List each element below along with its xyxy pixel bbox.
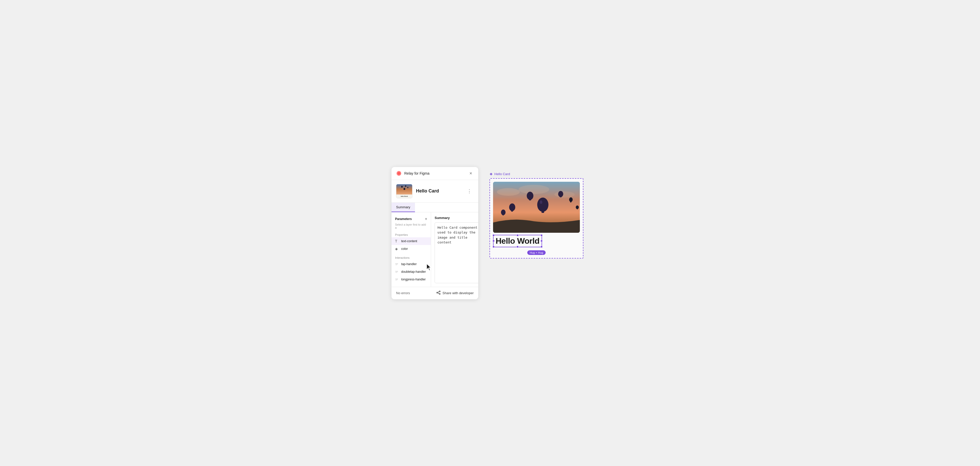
svg-point-18 bbox=[569, 197, 573, 202]
svg-rect-12 bbox=[542, 211, 544, 213]
hug-wrapper: Hug × Hug bbox=[493, 249, 580, 255]
select-hint: Select a layer first to add a bbox=[391, 223, 431, 232]
svg-rect-15 bbox=[529, 199, 531, 200]
handle-br bbox=[541, 246, 542, 248]
thumbnail-text-area: Hello World bbox=[396, 195, 412, 198]
hug-badge: Hug × Hug bbox=[527, 250, 546, 255]
interaction-name-tap: tap-handler bbox=[401, 262, 417, 266]
color-icon: ◈ bbox=[395, 247, 399, 251]
svg-point-13 bbox=[540, 200, 542, 204]
handle-mt bbox=[517, 234, 519, 236]
svg-point-8 bbox=[497, 188, 520, 196]
thumbnail-balloon-1 bbox=[401, 186, 403, 188]
panel-title: Relay for Figma bbox=[404, 171, 430, 175]
handle-mb bbox=[517, 246, 519, 248]
interaction-longpress-handler[interactable]: ☞ longpress-handler bbox=[391, 276, 431, 283]
panel-header: Relay for Figma × bbox=[391, 167, 478, 180]
component-preview: Hello World Hello Card ⋮ bbox=[391, 180, 478, 203]
panel-footer: No errors Share with developer bbox=[391, 287, 478, 299]
close-button[interactable]: × bbox=[468, 171, 474, 176]
panel: Relay for Figma × Hello World Hello Card… bbox=[391, 167, 478, 299]
svg-point-10 bbox=[554, 192, 575, 198]
svg-rect-21 bbox=[511, 211, 513, 212]
svg-point-22 bbox=[501, 209, 506, 215]
property-name-color: color bbox=[401, 247, 408, 250]
svg-point-20 bbox=[509, 203, 515, 211]
summary-textarea[interactable] bbox=[434, 222, 478, 283]
hello-card-image bbox=[493, 182, 580, 233]
hello-world-title: Hello World bbox=[496, 236, 539, 246]
svg-point-14 bbox=[527, 192, 533, 200]
interactions-section: Interactions ☞ tap-handler ☞ doubletap-h… bbox=[391, 255, 431, 283]
property-name-text-content: text-content bbox=[401, 239, 417, 243]
thumbnail-sky bbox=[396, 184, 412, 195]
svg-rect-25 bbox=[577, 209, 578, 209]
tap-icon: ☞ bbox=[395, 262, 399, 266]
property-item-color[interactable]: ◈ color bbox=[391, 245, 431, 253]
no-errors-status: No errors bbox=[396, 291, 410, 295]
relay-logo-icon bbox=[396, 171, 402, 176]
more-options-button[interactable]: ⋮ bbox=[465, 187, 474, 195]
svg-rect-19 bbox=[570, 202, 571, 203]
tab-summary[interactable]: Summary bbox=[391, 203, 415, 212]
thumbnail-balloon-4 bbox=[404, 188, 405, 190]
parameters-section: Parameters + bbox=[391, 216, 431, 223]
title-selection-border: Hello World bbox=[493, 235, 542, 247]
properties-group-label: Properties bbox=[391, 232, 431, 237]
tabs-row: Summary bbox=[391, 203, 478, 212]
svg-point-11 bbox=[537, 198, 549, 212]
handle-tl bbox=[493, 234, 495, 236]
svg-rect-23 bbox=[503, 215, 504, 216]
component-name: Hello Card bbox=[416, 189, 461, 194]
interaction-name-longpress: longpress-handler bbox=[401, 277, 426, 281]
add-parameter-button[interactable]: + bbox=[425, 217, 427, 221]
summary-heading: Summary bbox=[434, 216, 478, 220]
canvas-area: ❖ Hello Card bbox=[484, 167, 589, 263]
left-column: Parameters + Select a layer first to add… bbox=[391, 212, 431, 287]
property-item-text-content[interactable]: T text-content bbox=[391, 237, 431, 245]
diamond-icon: ❖ bbox=[490, 172, 493, 176]
panel-header-left: Relay for Figma bbox=[396, 171, 430, 176]
panel-body: Parameters + Select a layer first to add… bbox=[391, 212, 478, 287]
svg-line-5 bbox=[438, 292, 439, 292]
interactions-group-label: Interactions bbox=[391, 255, 431, 260]
interaction-tap-handler[interactable]: ☞ tap-handler bbox=[391, 260, 431, 268]
longpress-icon: ☞ bbox=[395, 277, 399, 281]
share-button[interactable]: Share with developer bbox=[436, 291, 474, 296]
handle-ml bbox=[493, 240, 495, 242]
svg-point-16 bbox=[558, 191, 563, 197]
text-icon: T bbox=[395, 239, 399, 243]
svg-line-6 bbox=[438, 293, 439, 294]
thumbnail-balloon-3 bbox=[407, 187, 408, 188]
handle-mr bbox=[541, 240, 542, 242]
app-container: Relay for Figma × Hello World Hello Card… bbox=[391, 167, 589, 299]
canvas-component-label: ❖ Hello Card bbox=[490, 172, 510, 176]
interaction-doubletap-handler[interactable]: ☞ doubletap-handler bbox=[391, 268, 431, 276]
svg-point-9 bbox=[519, 185, 549, 194]
thumbnail-balloon-2 bbox=[405, 185, 406, 187]
svg-point-3 bbox=[439, 293, 440, 295]
canvas-scene-svg bbox=[493, 182, 580, 233]
svg-point-2 bbox=[439, 291, 440, 292]
svg-rect-17 bbox=[560, 197, 562, 197]
interaction-name-doubletap: doubletap-handler bbox=[401, 270, 426, 274]
share-icon bbox=[436, 291, 441, 296]
hello-card-title-wrapper: Hello World bbox=[493, 235, 580, 247]
hello-card-canvas: Hello World Hug × Hug bbox=[490, 178, 584, 258]
handle-bl bbox=[493, 246, 495, 248]
thumbnail-label: Hello World bbox=[401, 195, 408, 197]
share-label: Share with developer bbox=[442, 291, 474, 295]
handle-tr bbox=[541, 234, 542, 236]
component-thumbnail: Hello World bbox=[396, 184, 412, 198]
svg-point-4 bbox=[437, 292, 438, 293]
svg-point-24 bbox=[576, 206, 579, 209]
doubletap-icon: ☞ bbox=[395, 270, 399, 274]
right-column: Summary bbox=[431, 212, 478, 287]
